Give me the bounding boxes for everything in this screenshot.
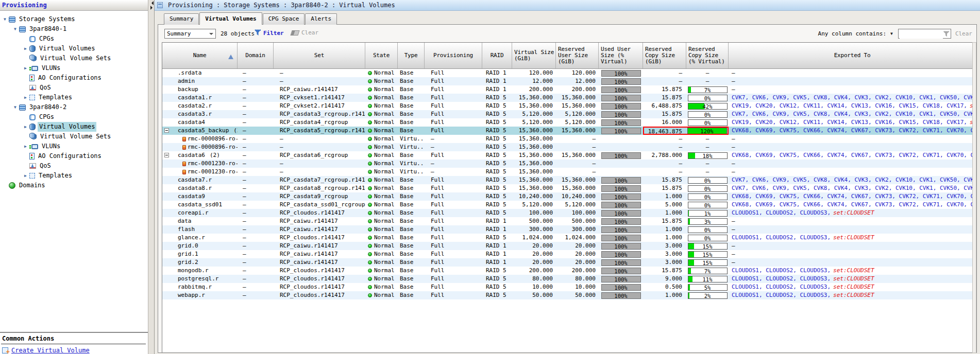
exported-host-links[interactable]: CVK19, CVK20, CVK12, CVK11, CVK14, CVK13… bbox=[732, 102, 967, 109]
tab-cpg-space[interactable]: CPG Space bbox=[263, 13, 305, 25]
tree-item-qos[interactable]: QoS bbox=[0, 83, 148, 93]
tree-item-templates[interactable]: ▶Templates bbox=[0, 93, 148, 102]
column-header-reserved_copy_size[interactable]: Reserved Copy Size (GiB) bbox=[643, 43, 686, 68]
table-row[interactable]: .srdata——NormalBaseFullRAID 1120.000120.… bbox=[162, 69, 976, 77]
table-row[interactable]: casdata2.r—RCP_cvkset2.r141417NormalBase… bbox=[162, 102, 976, 110]
tab-alerts[interactable]: Alerts bbox=[305, 13, 337, 25]
table-row[interactable]: casdata8.r—RCP_casdata8_rcgroup.r14141No… bbox=[162, 184, 976, 192]
exported-host-links[interactable]: CLOUDOS1, CLOUDOS2, CLOUDOS3, bbox=[732, 209, 831, 216]
table-row[interactable]: coreapi.r—RCP_cloudos.r141417NormalBaseF… bbox=[162, 209, 976, 217]
table-row[interactable]: mongodb.r—RCP_cloudos.r141417NormalBaseF… bbox=[162, 267, 976, 275]
exported-host-links[interactable]: CLOUDOS1, CLOUDOS2, CLOUDOS3, bbox=[732, 292, 831, 298]
view-mode-select[interactable]: Summary bbox=[164, 29, 216, 39]
exported-host-links[interactable]: CVK68, CVK69, CVK75, CVK66, CVK74, CVK67… bbox=[732, 193, 976, 200]
pane-splitter[interactable] bbox=[148, 0, 155, 354]
column-header-state[interactable]: State bbox=[365, 43, 398, 68]
table-row[interactable]: rabbitmq.r—RCP_cloudos.r141417NormalBase… bbox=[162, 283, 976, 291]
filter-button[interactable]: Filter bbox=[254, 29, 284, 37]
tree-item-vluns[interactable]: ▶VLUNs bbox=[0, 63, 148, 73]
exported-set-link[interactable]: set:CLOUDSET bbox=[833, 267, 874, 274]
tree-item-vluns[interactable]: ▶VLUNs bbox=[0, 141, 148, 151]
collapsed-icon[interactable]: ▶ bbox=[22, 44, 29, 54]
column-filter-caret-icon[interactable]: ▼ bbox=[890, 31, 893, 36]
table-row[interactable]: admin——NormalBaseFullRAID 112.00012.0001… bbox=[162, 77, 976, 85]
column-header-domain[interactable]: Domain bbox=[238, 43, 274, 68]
tree-item-3par8840-2[interactable]: ▼3par8840-2 bbox=[0, 102, 148, 112]
tree-item-virtual-volumes[interactable]: ▶Virtual Volumes bbox=[0, 122, 148, 132]
exported-set-link[interactable]: set:CLOUDSET bbox=[833, 234, 874, 241]
table-row[interactable]: casdata6(2)—RCP_casdata6_rcgroupNormalBa… bbox=[162, 151, 976, 160]
table-row[interactable]: grid.0—RCP_caiwu.r141417NormalBaseFullRA… bbox=[162, 242, 976, 250]
exported-host-links[interactable]: CLOUDOS1, CLOUDOS2, CLOUDOS3, bbox=[732, 267, 831, 274]
tree-item-ao-configurations[interactable]: AO Configurations bbox=[0, 151, 148, 161]
expanded-icon[interactable]: ▼ bbox=[11, 102, 19, 112]
expanded-icon[interactable]: ▼ bbox=[11, 24, 19, 34]
vertical-scrollbar[interactable] bbox=[972, 42, 976, 353]
table-row[interactable]: rmc-0001230-ro-23——NormalVirtu...—RAID 5… bbox=[162, 168, 976, 176]
exported-set-link[interactable]: set:CLOUDSET bbox=[833, 209, 874, 216]
tree-item-virtual-volume-sets[interactable]: Virtual Volume Sets bbox=[0, 54, 148, 63]
column-header-provisioning[interactable]: Provisioning bbox=[425, 43, 482, 68]
column-header-raid[interactable]: RAID bbox=[482, 43, 512, 68]
tree-item-cpgs[interactable]: CPGs bbox=[0, 34, 148, 44]
table-row[interactable]: glance.r—RCP_cloudos.r141417NormalBaseFu… bbox=[162, 234, 976, 242]
column-header-reserved_copy_pct[interactable]: Reserved Copy Size (% Virtual) bbox=[686, 43, 729, 68]
tree-item-virtual-volumes[interactable]: ▶Virtual Volumes bbox=[0, 44, 148, 54]
table-row[interactable]: webapp.r—RCP_cloudos.r141417NormalBaseFu… bbox=[162, 291, 976, 299]
table-row[interactable]: casdata4—RCP_casdata4_rcgroupNormalBaseF… bbox=[162, 118, 976, 127]
collapsed-icon[interactable]: ▶ bbox=[22, 122, 29, 132]
tree-item-qos[interactable]: QoS bbox=[0, 161, 148, 171]
exported-host-links[interactable]: CLOUDOS1, CLOUDOS2, CLOUDOS3, bbox=[732, 234, 831, 241]
exported-host-links[interactable]: CVK7, CVK6, CVK9, CVK5, CVK8, CVK4, CVK3… bbox=[732, 176, 976, 183]
collapse-right-icon[interactable] bbox=[150, 6, 155, 10]
tab-summary[interactable]: Summary bbox=[164, 13, 199, 25]
exported-set-link[interactable]: set:CLOUDSET bbox=[833, 292, 874, 298]
tree-item-domains[interactable]: Domains bbox=[0, 181, 148, 190]
table-row[interactable]: data—RCP_caiwu.r141417NormalBaseFullRAID… bbox=[162, 217, 976, 225]
column-header-name[interactable]: Name bbox=[162, 43, 238, 68]
tab-virtual-volumes[interactable]: Virtual Volumes bbox=[199, 12, 262, 25]
tree-item-cpgs[interactable]: CPGs bbox=[0, 112, 148, 122]
tree-item-storage-systems[interactable]: ▼Storage Systems bbox=[0, 14, 148, 24]
table-row[interactable]: postgresql.r—RCP_cloudos.r141417NormalBa… bbox=[162, 275, 976, 283]
exported-host-links[interactable]: CLOUDOS1, CLOUDOS2, CLOUDOS3, bbox=[732, 284, 831, 290]
tree-item-templates[interactable]: ▶Templates bbox=[0, 171, 148, 181]
tree-item-ao-configurations[interactable]: AO Configurations bbox=[0, 73, 148, 83]
collapsed-icon[interactable]: ▶ bbox=[22, 63, 29, 73]
exported-set-link[interactable]: set:CLOUDSET bbox=[833, 284, 874, 290]
collapse-left-icon[interactable] bbox=[149, 1, 154, 5]
exported-host-links[interactable]: CVK19, CVK20, CVK12, CVK11, CVK14, CVK13… bbox=[732, 119, 967, 126]
table-row[interactable]: rmc-0000896-ro-23——NormalVirtu...—RAID 5… bbox=[162, 135, 976, 143]
exported-set-link[interactable]: set:CLOUDSET bbox=[833, 275, 874, 282]
table-row[interactable]: flash—RCP_caiwu.r141417NormalBaseFullRAI… bbox=[162, 225, 976, 234]
table-row[interactable]: rmc-0001230-ro-23——NormalVirtu...—RAID 5… bbox=[162, 160, 976, 168]
tree-item-virtual-volume-sets[interactable]: Virtual Volume Sets bbox=[0, 132, 148, 141]
search-clear-button[interactable]: Clear bbox=[955, 30, 972, 37]
exported-host-links[interactable]: CVK68, CVK69, CVK75, CVK66, CVK74, CVK67… bbox=[732, 201, 976, 208]
collapse-row-icon[interactable] bbox=[164, 153, 169, 157]
create-virtual-volume-link[interactable]: Create Virtual Volume bbox=[2, 347, 148, 354]
column-header-virtual_size[interactable]: Virtual Size (GiB) bbox=[512, 43, 556, 68]
exported-host-links[interactable]: CVK7, CVK6, CVK9, CVK5, CVK8, CVK4, CVK3… bbox=[732, 94, 976, 101]
exported-host-links[interactable]: CVK68, CVK69, CVK75, CVK66, CVK74, CVK67… bbox=[732, 127, 976, 134]
column-header-exported_to[interactable]: Exported To bbox=[729, 43, 976, 68]
table-row[interactable]: casdata5_backup(2—RCP_casdata5_rcgroup.r… bbox=[162, 127, 976, 135]
table-row[interactable]: backup—RCP_caiwu.r141417NormalBaseFullRA… bbox=[162, 85, 976, 94]
exported-host-links[interactable]: CVK68, CVK69, CVK75, CVK66, CVK74, CVK67… bbox=[732, 152, 976, 158]
tree-item-3par8840-1[interactable]: ▼3par8840-1 bbox=[0, 24, 148, 34]
column-header-set[interactable]: Set bbox=[274, 43, 365, 68]
expanded-icon[interactable]: ▼ bbox=[1, 14, 9, 24]
table-row[interactable]: casdata1.r—RCP_cvkset1.r141417NormalBase… bbox=[162, 94, 976, 102]
column-header-used_user_pct[interactable]: Used User Size (% Virtual) bbox=[599, 43, 643, 68]
table-row[interactable]: casdata_ssd01—RCP_casdata_ssd01_rcgroupN… bbox=[162, 201, 976, 209]
column-header-reserved_user_size[interactable]: Reserved User Size (GiB) bbox=[556, 43, 599, 68]
clear-filter-button[interactable]: Clear bbox=[291, 29, 318, 36]
column-header-type[interactable]: Type bbox=[398, 43, 425, 68]
search-input-box[interactable] bbox=[898, 29, 951, 39]
table-row[interactable]: casdata7.r—RCP_casdata7_rcgroup.r14141No… bbox=[162, 176, 976, 184]
collapsed-icon[interactable]: ▶ bbox=[22, 93, 29, 102]
table-row[interactable]: casdata9—RCP_casdata9_rcgroupNormalBaseF… bbox=[162, 192, 976, 201]
collapsed-icon[interactable]: ▶ bbox=[22, 171, 29, 181]
table-row[interactable]: grid.1—RCP_caiwu.r141417NormalBaseFullRA… bbox=[162, 250, 976, 258]
collapse-row-icon[interactable] bbox=[164, 128, 169, 133]
